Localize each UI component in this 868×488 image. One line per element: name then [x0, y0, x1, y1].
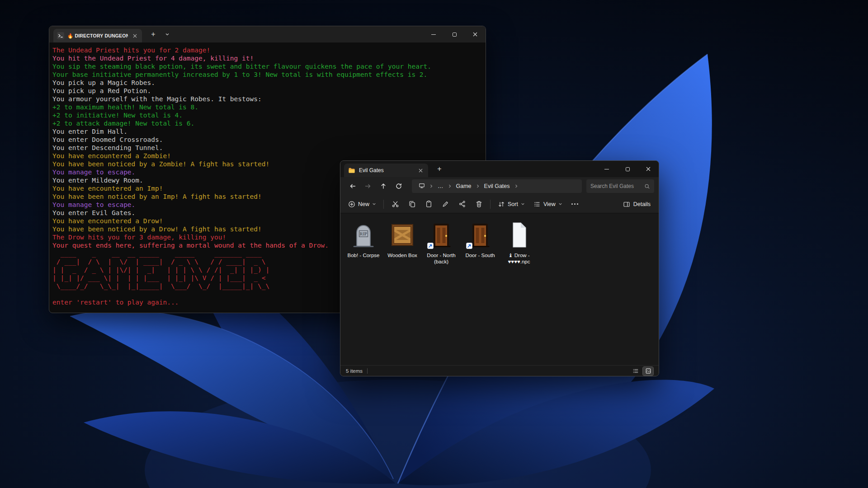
- terminal-line: +2 to initiative! New total is 4.: [52, 111, 482, 119]
- new-plus-icon: [348, 201, 355, 208]
- new-button[interactable]: New: [344, 198, 380, 211]
- terminal-line: You pick up a Magic Robes.: [52, 79, 482, 87]
- share-button[interactable]: [454, 197, 470, 211]
- explorer-navigation-bar: … Game Evil Gates: [340, 177, 659, 195]
- explorer-command-bar: New: [340, 195, 659, 213]
- view-list-icon: [533, 201, 541, 208]
- view-button[interactable]: View: [529, 198, 566, 211]
- chevron-down-icon: [558, 202, 562, 206]
- chevron-right-icon[interactable]: [429, 184, 434, 188]
- chevron-down-icon: [372, 202, 376, 206]
- details-pane-button[interactable]: Details: [618, 198, 655, 211]
- file-item-wooden-box[interactable]: Wooden Box: [383, 217, 422, 260]
- toolbar-divider: [490, 200, 491, 209]
- file-list-area[interactable]: RIP Bob! - Corpse Wooden Box: [340, 213, 659, 365]
- chevron-right-icon[interactable]: [475, 184, 481, 188]
- back-button[interactable]: [345, 179, 360, 193]
- breadcrumb-ellipsis-item[interactable]: …: [434, 182, 447, 191]
- door-icon: [466, 221, 495, 249]
- details-view-icon: [632, 368, 639, 374]
- item-count: 5 items: [346, 368, 363, 374]
- cut-scissors-icon: [392, 200, 399, 208]
- more-ellipsis-icon: [571, 203, 578, 205]
- file-explorer-window: Evil Gates +: [340, 160, 659, 376]
- up-arrow-icon: [380, 183, 387, 190]
- terminal-line: You hit the Undead Priest for 4 damage, …: [52, 54, 482, 62]
- tombstone-rip-text: RIP: [360, 232, 368, 236]
- terminal-tab-close-icon[interactable]: [131, 32, 138, 39]
- copy-icon: [408, 200, 416, 208]
- terminal-minimize-button[interactable]: [423, 26, 444, 42]
- explorer-tab-close-icon[interactable]: [417, 167, 424, 174]
- explorer-minimize-button[interactable]: [596, 161, 617, 177]
- terminal-line: You armour yourself with the Magic Robes…: [52, 95, 482, 103]
- file-item-door-north[interactable]: Door - North (back): [422, 217, 461, 267]
- sort-button[interactable]: Sort: [494, 198, 529, 211]
- refresh-button[interactable]: [391, 179, 406, 193]
- breadcrumb-item-game[interactable]: Game: [453, 182, 475, 191]
- terminal-line: Your base initiative permanently increas…: [52, 70, 482, 79]
- terminal-tab-dropdown-icon[interactable]: [162, 29, 172, 39]
- chevron-down-icon: [521, 202, 525, 206]
- maximize-icon: [453, 33, 457, 37]
- copy-button[interactable]: [404, 197, 420, 211]
- file-item-drow-npc[interactable]: ♝ Drow - ♥♥♥♥.npc: [500, 217, 538, 267]
- chevron-right-icon[interactable]: [447, 184, 453, 188]
- blank-file-icon: [505, 221, 533, 249]
- door-icon: [427, 221, 456, 249]
- close-icon: [473, 32, 477, 37]
- breadcrumb-item-evil-gates[interactable]: Evil Gates: [481, 182, 513, 191]
- terminal-line: You enter Doomed Crossroads.: [52, 136, 482, 144]
- file-item-bob-corpse[interactable]: RIP Bob! - Corpse: [344, 217, 383, 260]
- sort-button-label: Sort: [508, 201, 518, 207]
- terminal-titlebar[interactable]: 🔥 DIRECTORY DUNGEON 🔥 +: [49, 26, 486, 42]
- wooden-crate-icon: [388, 221, 417, 249]
- file-item-door-south[interactable]: Door - South: [461, 217, 500, 260]
- explorer-tab[interactable]: Evil Gates: [344, 164, 428, 177]
- monitor-icon: [419, 183, 425, 189]
- terminal-icon: [57, 32, 64, 39]
- search-input[interactable]: [590, 183, 644, 189]
- back-arrow-icon: [349, 183, 356, 190]
- terminal-tab[interactable]: 🔥 DIRECTORY DUNGEON 🔥: [53, 29, 142, 42]
- terminal-new-tab-button[interactable]: +: [148, 29, 159, 40]
- large-icons-view-button[interactable]: [643, 367, 653, 375]
- terminal-maximize-button[interactable]: [444, 26, 465, 42]
- refresh-icon: [395, 183, 402, 190]
- terminal-line: You sip the steaming black potion, its s…: [52, 62, 482, 70]
- search-box[interactable]: [586, 179, 654, 193]
- up-button[interactable]: [376, 179, 391, 193]
- close-icon: [646, 167, 651, 171]
- breadcrumb-device-item[interactable]: [415, 181, 428, 192]
- shortcut-arrow-icon: [466, 243, 472, 249]
- folder-icon: [348, 167, 355, 174]
- terminal-line: +2 to attack damage! New total is 6.: [52, 119, 482, 127]
- chevron-right-icon[interactable]: [514, 184, 519, 188]
- terminal-line: You have encountered a Zombie!: [52, 152, 482, 160]
- large-icons-view-icon: [645, 368, 651, 374]
- tombstone-icon: RIP: [349, 221, 378, 249]
- maximize-icon: [626, 167, 630, 171]
- cut-button[interactable]: [387, 197, 403, 211]
- toolbar-divider: [383, 200, 384, 209]
- terminal-close-button[interactable]: [465, 26, 486, 42]
- details-view-button[interactable]: [630, 367, 641, 375]
- terminal-tab-title: 🔥 DIRECTORY DUNGEON 🔥: [67, 33, 128, 39]
- terminal-line: You pick up a Red Potion.: [52, 87, 482, 95]
- paste-button[interactable]: [420, 197, 437, 211]
- terminal-line: +2 to maximum health! New total is 8.: [52, 103, 482, 111]
- share-icon: [458, 200, 466, 208]
- explorer-titlebar[interactable]: Evil Gates +: [340, 161, 659, 177]
- explorer-close-button[interactable]: [638, 161, 659, 177]
- forward-button[interactable]: [360, 179, 376, 193]
- explorer-new-tab-button[interactable]: +: [434, 164, 445, 174]
- explorer-maximize-button[interactable]: [617, 161, 638, 177]
- more-options-button[interactable]: [567, 197, 583, 211]
- explorer-status-bar: 5 items: [340, 365, 659, 376]
- minimize-icon: [431, 34, 436, 35]
- sort-arrows-icon: [498, 201, 505, 208]
- rename-button[interactable]: [437, 197, 453, 211]
- delete-button[interactable]: [471, 197, 487, 211]
- file-label: Door - North (back): [423, 252, 460, 265]
- file-label: Door - South: [465, 252, 495, 258]
